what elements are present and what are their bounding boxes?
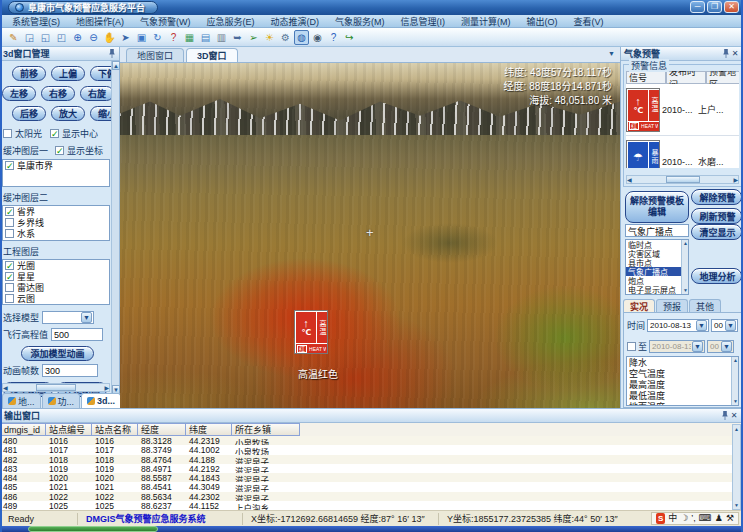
left-panel-vscrollbar[interactable]: ▲ ▼: [111, 61, 119, 394]
warning-column-header[interactable]: 发布时间: [666, 71, 706, 84]
map-tab[interactable]: 3D窗口: [186, 48, 238, 62]
warning-sign-icon[interactable]: ☂ 暴雨 蓝RAIN STORM: [626, 140, 660, 169]
template-edit-button[interactable]: 解除预警模板编辑: [625, 191, 689, 223]
identify-icon[interactable]: ?: [166, 30, 181, 45]
column-header[interactable]: 站点名称: [92, 423, 138, 436]
point-type-list[interactable]: 临时点 灾害区域 县市点 气象广播点 炮点 电子显示屏点: [625, 239, 689, 295]
column-header[interactable]: 经度: [138, 423, 186, 436]
flight-height-input[interactable]: [51, 328, 103, 341]
sogou-logo-icon[interactable]: S: [656, 513, 665, 524]
to-date-checkbox[interactable]: [627, 342, 636, 351]
table-row[interactable]: 489 1025 1025 88.6237 44.1152 上户沟乡: [0, 501, 743, 510]
layer-checkbox[interactable]: [5, 272, 14, 281]
exit-icon[interactable]: ↪: [342, 30, 357, 45]
zoom-box-icon[interactable]: ◰: [54, 30, 69, 45]
layer-checkbox[interactable]: [5, 294, 14, 303]
ime-moon-icon[interactable]: ☽: [680, 513, 688, 524]
map-3d-view[interactable]: 纬度: 43度57分18.117秒 经度: 88度18分14.871秒 海拔: …: [120, 63, 620, 408]
scroll-right-icon[interactable]: ▶: [733, 176, 738, 183]
pan-hand-icon[interactable]: ✋: [102, 30, 117, 45]
table-row[interactable]: 485 1021 1021 88.4541 44.3049 滋泥泉子: [0, 482, 743, 491]
weather-element-list[interactable]: 降水空气温度最高温度最低温度地面温度: [626, 356, 739, 406]
table-row[interactable]: 486 1022 1022 88.5634 44.2302 滋泥泉子: [0, 492, 743, 501]
table-row[interactable]: 483 1019 1019 88.4971 44.2192 滋泥泉子: [0, 464, 743, 473]
menu-item[interactable]: 应急服务(E): [199, 15, 263, 28]
remove-warning-button[interactable]: 解除预警: [691, 189, 742, 205]
column-header[interactable]: 所在乡镇: [232, 423, 300, 436]
scroll-up-icon[interactable]: ▲: [112, 61, 120, 70]
anim-frames-input[interactable]: [42, 364, 98, 377]
globe-3d-icon[interactable]: ◍: [294, 30, 309, 45]
layer-list-item[interactable]: 阜康市界: [3, 160, 109, 171]
ime-user-icon[interactable]: ♟: [715, 513, 723, 524]
scroll-thumb[interactable]: [36, 384, 76, 391]
layer-checkbox[interactable]: [5, 218, 14, 227]
camera-nav-button[interactable]: 左移: [2, 86, 36, 101]
element-list-vscrollbar[interactable]: [731, 357, 738, 405]
menu-item[interactable]: 气象服务(M): [327, 15, 393, 28]
ime-mode-icon[interactable]: 中: [668, 513, 677, 524]
chevron-down-icon[interactable]: ▼: [725, 320, 736, 331]
camera-nav-button[interactable]: 前移: [12, 66, 46, 81]
point-list-vscrollbar[interactable]: [681, 240, 688, 294]
table-row[interactable]: 482 1018 1018 88.4764 44.188 滋泥泉子: [0, 455, 743, 464]
show-center-checkbox[interactable]: [50, 129, 59, 138]
zoom-in-icon[interactable]: ⊕: [70, 30, 85, 45]
column-header[interactable]: 纬度: [186, 423, 232, 436]
zoom-window-icon[interactable]: ◲: [22, 30, 37, 45]
layer-swipe-icon[interactable]: ▦: [182, 30, 197, 45]
warning-table-hscrollbar[interactable]: ◀ ▶: [626, 175, 739, 184]
close-button[interactable]: ✕: [724, 1, 739, 13]
forecast-tab[interactable]: 预报: [656, 299, 688, 312]
warning-column-header[interactable]: 预警地区: [706, 71, 739, 84]
menu-item[interactable]: 动态推演(D): [263, 15, 328, 28]
menu-item[interactable]: 查看(V): [566, 15, 612, 28]
camera-nav-button[interactable]: 上偏: [51, 66, 85, 81]
buffer-layer2-list[interactable]: 省界 乡界线 水系: [2, 205, 110, 241]
camera-nav-button[interactable]: 右旋: [80, 86, 112, 101]
layer-checkbox[interactable]: [5, 161, 14, 170]
menu-item[interactable]: 系统管理(S): [4, 15, 68, 28]
close-panel-icon[interactable]: ✕: [729, 411, 739, 420]
menu-item[interactable]: 地图操作(A): [68, 15, 132, 28]
pin-icon[interactable]: [721, 411, 729, 420]
warning-column-header[interactable]: 信号: [626, 71, 666, 84]
element-list-item[interactable]: 地面温度: [627, 401, 731, 405]
title-bar[interactable]: 阜康市气象预警应急服务平台 ─ ❐ ✕: [0, 0, 743, 15]
date-select[interactable]: 2010-08-13▼: [647, 319, 709, 332]
refresh-warning-button[interactable]: 刷新预警: [691, 208, 742, 224]
scroll-left-icon[interactable]: ◀: [627, 176, 632, 183]
snapshot-icon[interactable]: ▤: [198, 30, 213, 45]
layer-checkbox[interactable]: [5, 261, 14, 270]
sunlight-checkbox[interactable]: [3, 129, 12, 138]
zoom-out-icon[interactable]: ⊖: [86, 30, 101, 45]
camera-nav-button[interactable]: 放大: [51, 106, 85, 121]
chevron-down-icon[interactable]: ▼: [81, 312, 92, 323]
column-header[interactable]: dmgis_id: [0, 423, 46, 436]
left-panel-tab[interactable]: 3d...: [81, 393, 121, 408]
ime-keyboard-icon[interactable]: ⌨: [699, 513, 712, 524]
settings-gear-icon[interactable]: ⚙: [278, 30, 293, 45]
warning-sign-icon[interactable]: ↑℃ 高温 红HEAT WAVE: [626, 88, 660, 132]
hour-select[interactable]: 00▼: [711, 319, 738, 332]
ime-punct-icon[interactable]: ’,: [691, 513, 696, 524]
map-tab-overflow-button[interactable]: ▼: [608, 50, 735, 57]
light-icon[interactable]: ☀: [262, 30, 277, 45]
layer-checkbox[interactable]: [5, 207, 14, 216]
print-icon[interactable]: ▥: [214, 30, 229, 45]
help-icon[interactable]: ?: [326, 30, 341, 45]
scroll-right-icon[interactable]: ▶: [104, 384, 109, 391]
menu-item[interactable]: 信息管理(I): [393, 15, 454, 28]
output-vscrollbar[interactable]: [732, 424, 741, 510]
restore-button[interactable]: ❐: [707, 1, 722, 13]
buffer-layer1-list[interactable]: 阜康市界: [2, 159, 110, 187]
table-row[interactable]: 481 1017 1017 88.3749 44.1002 小泉牧场: [0, 445, 743, 454]
menu-item[interactable]: 输出(O): [519, 15, 566, 28]
date2-select[interactable]: 2010-08-13▼: [649, 340, 705, 353]
menu-item[interactable]: 测量计算(M): [453, 15, 519, 28]
ime-wrench-icon[interactable]: ⚒: [726, 513, 734, 524]
camera-nav-button[interactable]: 后移: [12, 106, 46, 121]
start-button-edge[interactable]: [28, 526, 158, 532]
point-list-item[interactable]: 电子显示屏点: [626, 285, 681, 294]
plot-export-icon[interactable]: ➥: [230, 30, 245, 45]
